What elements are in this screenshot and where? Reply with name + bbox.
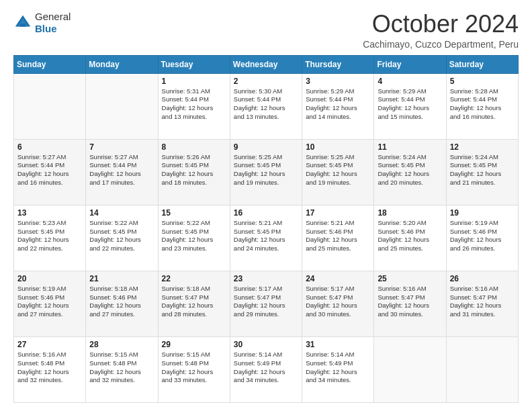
day-number: 9 [234,142,298,152]
calendar-cell: 23Sunrise: 5:17 AM Sunset: 5:47 PM Dayli… [230,271,302,336]
calendar-cell: 29Sunrise: 5:15 AM Sunset: 5:48 PM Dayli… [158,336,230,402]
day-number: 3 [306,77,370,86]
cell-info: Sunrise: 5:29 AM Sunset: 5:44 PM Dayligh… [378,87,442,122]
day-number: 18 [378,208,442,218]
cell-info: Sunrise: 5:15 AM Sunset: 5:48 PM Dayligh… [89,351,154,385]
day-number: 30 [234,340,298,349]
day-header-wednesday: Wednesday [230,55,302,73]
calendar-cell: 30Sunrise: 5:14 AM Sunset: 5:49 PM Dayli… [230,336,302,402]
calendar-cell: 14Sunrise: 5:22 AM Sunset: 5:45 PM Dayli… [86,205,158,271]
week-row-1: 1Sunrise: 5:31 AM Sunset: 5:44 PM Daylig… [14,73,519,139]
page: General Blue October 2024 Cachimayo, Cuz… [0,0,532,411]
header: General Blue October 2024 Cachimayo, Cuz… [13,11,519,50]
day-number: 8 [162,142,226,152]
cell-info: Sunrise: 5:23 AM Sunset: 5:45 PM Dayligh… [17,219,82,253]
calendar-cell: 7Sunrise: 5:27 AM Sunset: 5:44 PM Daylig… [86,139,158,205]
calendar-cell: 10Sunrise: 5:25 AM Sunset: 5:45 PM Dayli… [302,139,374,205]
cell-info: Sunrise: 5:18 AM Sunset: 5:46 PM Dayligh… [89,285,154,319]
day-header-monday: Monday [86,55,158,73]
calendar-cell: 3Sunrise: 5:29 AM Sunset: 5:44 PM Daylig… [302,73,374,139]
day-number: 26 [450,274,515,283]
cell-info: Sunrise: 5:15 AM Sunset: 5:48 PM Dayligh… [162,351,226,385]
calendar-cell: 1Sunrise: 5:31 AM Sunset: 5:44 PM Daylig… [158,73,230,139]
cell-info: Sunrise: 5:21 AM Sunset: 5:46 PM Dayligh… [306,219,370,253]
day-number: 1 [162,77,226,86]
cell-info: Sunrise: 5:26 AM Sunset: 5:45 PM Dayligh… [162,153,226,187]
cell-info: Sunrise: 5:19 AM Sunset: 5:46 PM Dayligh… [450,219,515,253]
cell-info: Sunrise: 5:16 AM Sunset: 5:47 PM Dayligh… [378,285,442,319]
cell-info: Sunrise: 5:16 AM Sunset: 5:48 PM Dayligh… [17,351,82,385]
day-number: 17 [306,208,370,218]
cell-info: Sunrise: 5:24 AM Sunset: 5:45 PM Dayligh… [450,153,515,187]
calendar-cell [14,73,86,139]
week-row-4: 20Sunrise: 5:19 AM Sunset: 5:46 PM Dayli… [14,271,519,336]
calendar-cell: 17Sunrise: 5:21 AM Sunset: 5:46 PM Dayli… [302,205,374,271]
cell-info: Sunrise: 5:17 AM Sunset: 5:47 PM Dayligh… [234,285,298,319]
day-number: 29 [162,340,226,349]
calendar-cell: 20Sunrise: 5:19 AM Sunset: 5:46 PM Dayli… [14,271,86,336]
title-area: October 2024 Cachimayo, Cuzco Department… [363,11,519,50]
calendar-cell: 21Sunrise: 5:18 AM Sunset: 5:46 PM Dayli… [86,271,158,336]
day-number: 21 [89,274,154,283]
calendar-cell [374,336,446,402]
cell-info: Sunrise: 5:20 AM Sunset: 5:46 PM Dayligh… [378,219,442,253]
cell-info: Sunrise: 5:22 AM Sunset: 5:45 PM Dayligh… [162,219,226,253]
calendar-cell [446,336,518,402]
calendar-cell: 25Sunrise: 5:16 AM Sunset: 5:47 PM Dayli… [374,271,446,336]
day-number: 28 [89,340,154,349]
week-row-3: 13Sunrise: 5:23 AM Sunset: 5:45 PM Dayli… [14,205,519,271]
cell-info: Sunrise: 5:28 AM Sunset: 5:44 PM Dayligh… [450,87,515,122]
month-title: October 2024 [363,11,519,38]
calendar-cell: 27Sunrise: 5:16 AM Sunset: 5:48 PM Dayli… [14,336,86,402]
day-number: 16 [234,208,298,218]
cell-info: Sunrise: 5:27 AM Sunset: 5:44 PM Dayligh… [17,153,82,187]
calendar-cell: 12Sunrise: 5:24 AM Sunset: 5:45 PM Dayli… [446,139,518,205]
cell-info: Sunrise: 5:18 AM Sunset: 5:47 PM Dayligh… [162,285,226,319]
cell-info: Sunrise: 5:25 AM Sunset: 5:45 PM Dayligh… [234,153,298,187]
day-number: 23 [234,274,298,283]
calendar-cell: 13Sunrise: 5:23 AM Sunset: 5:45 PM Dayli… [14,205,86,271]
calendar-cell: 11Sunrise: 5:24 AM Sunset: 5:45 PM Dayli… [374,139,446,205]
day-number: 14 [89,208,154,218]
day-number: 2 [234,77,298,86]
calendar-cell: 4Sunrise: 5:29 AM Sunset: 5:44 PM Daylig… [374,73,446,139]
calendar-cell: 6Sunrise: 5:27 AM Sunset: 5:44 PM Daylig… [14,139,86,205]
day-number: 15 [162,208,226,218]
day-header-friday: Friday [374,55,446,73]
cell-info: Sunrise: 5:30 AM Sunset: 5:44 PM Dayligh… [234,87,298,122]
day-number: 11 [378,142,442,152]
cell-info: Sunrise: 5:29 AM Sunset: 5:44 PM Dayligh… [306,87,370,122]
day-header-thursday: Thursday [302,55,374,73]
day-header-sunday: Sunday [14,55,86,73]
day-number: 25 [378,274,442,283]
subtitle: Cachimayo, Cuzco Department, Peru [363,39,519,50]
cell-info: Sunrise: 5:22 AM Sunset: 5:45 PM Dayligh… [89,219,154,253]
calendar-cell: 26Sunrise: 5:16 AM Sunset: 5:47 PM Dayli… [446,271,518,336]
calendar-cell: 18Sunrise: 5:20 AM Sunset: 5:46 PM Dayli… [374,205,446,271]
day-number: 27 [17,340,82,349]
logo: General Blue [13,11,71,35]
logo-text: General Blue [35,11,71,35]
cell-info: Sunrise: 5:21 AM Sunset: 5:45 PM Dayligh… [234,219,298,253]
cell-info: Sunrise: 5:17 AM Sunset: 5:47 PM Dayligh… [306,285,370,319]
day-number: 6 [17,142,82,152]
day-number: 12 [450,142,515,152]
cell-info: Sunrise: 5:16 AM Sunset: 5:47 PM Dayligh… [450,285,515,319]
cell-info: Sunrise: 5:27 AM Sunset: 5:44 PM Dayligh… [89,153,154,187]
day-number: 13 [17,208,82,218]
cell-info: Sunrise: 5:14 AM Sunset: 5:49 PM Dayligh… [306,351,370,385]
header-row: SundayMondayTuesdayWednesdayThursdayFrid… [14,55,519,73]
day-number: 20 [17,274,82,283]
day-number: 5 [450,77,515,86]
calendar-cell: 28Sunrise: 5:15 AM Sunset: 5:48 PM Dayli… [86,336,158,402]
week-row-5: 27Sunrise: 5:16 AM Sunset: 5:48 PM Dayli… [14,336,519,402]
day-number: 7 [89,142,154,152]
calendar-table: SundayMondayTuesdayWednesdayThursdayFrid… [13,55,519,403]
cell-info: Sunrise: 5:25 AM Sunset: 5:45 PM Dayligh… [306,153,370,187]
logo-icon [13,13,32,32]
week-row-2: 6Sunrise: 5:27 AM Sunset: 5:44 PM Daylig… [14,139,519,205]
day-header-saturday: Saturday [446,55,518,73]
day-number: 10 [306,142,370,152]
day-number: 22 [162,274,226,283]
calendar-cell: 24Sunrise: 5:17 AM Sunset: 5:47 PM Dayli… [302,271,374,336]
